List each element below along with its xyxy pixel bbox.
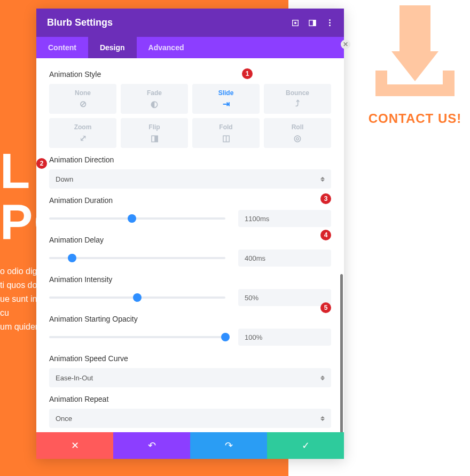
select-value: Down [56,175,73,183]
cancel-button[interactable]: ✕ [36,432,113,459]
animation-delay-value[interactable]: 400ms [238,249,331,267]
animation-style-grid: None⊘ Fade◐ Slide⇥ Bounce⤴ Zoom⤢ Flip◨ F… [49,84,331,148]
tile-label: Fold [219,123,232,131]
blurb-settings-modal: Blurb Settings Content Design Advanced A… [36,9,344,459]
style-roll[interactable]: Roll◎ [264,118,331,148]
zoom-icon: ⤢ [80,133,87,143]
tile-label: Zoom [74,123,92,131]
select-value: Once [56,415,72,423]
animation-intensity-slider[interactable] [49,296,225,299]
style-bounce[interactable]: Bounce⤴ [264,84,331,114]
bg-heading-1: L [0,143,31,199]
style-none[interactable]: None⊘ [49,84,116,114]
animation-intensity-label: Animation Intensity [49,275,331,284]
tile-label: Flip [148,123,160,131]
tile-label: None [75,89,91,97]
tab-advanced[interactable]: Advanced [137,37,196,58]
animation-opacity-label: Animation Starting Opacity [49,315,331,323]
animation-direction-select[interactable]: Down [49,169,331,189]
animation-delay-slider[interactable] [49,257,225,259]
tile-label: Slide [218,89,234,97]
tile-label: Fade [147,89,162,97]
undo-button[interactable]: ↶ [113,432,190,459]
scrollbar[interactable] [340,274,343,432]
chevron-sort-icon [320,177,325,182]
redo-icon: ↷ [225,440,233,451]
roll-icon: ◎ [294,133,301,143]
style-zoom[interactable]: Zoom⤢ [49,118,116,148]
animation-duration-slider[interactable] [49,217,225,220]
slider-thumb[interactable] [68,254,76,262]
slide-icon: ⇥ [223,99,230,109]
style-fold[interactable]: Fold◫ [192,118,260,148]
panel-toggle-icon[interactable] [309,19,316,27]
fade-icon: ◐ [151,99,158,109]
svg-rect-1 [294,22,296,24]
check-icon: ✓ [302,440,310,451]
speed-curve-select[interactable]: Ease-In-Out [49,368,331,387]
callout-badge-3: 3 [320,193,331,204]
undo-icon: ↶ [148,440,156,451]
close-icon: ✕ [71,440,79,451]
callout-badge-2: 2 [36,158,47,169]
animation-opacity-value[interactable]: 100% [238,329,331,346]
style-fade[interactable]: Fade◐ [121,84,188,114]
animation-intensity-value[interactable]: 50% [238,289,331,306]
contact-us-heading: CONTACT US! [364,111,466,126]
callout-badge-5: 5 [320,302,331,313]
style-flip[interactable]: Flip◨ [121,118,188,148]
repeat-label: Animation Repeat [49,395,331,403]
slider-thumb[interactable] [128,214,136,223]
repeat-select[interactable]: Once [49,409,331,428]
save-button[interactable]: ✓ [267,432,344,459]
callout-badge-4: 4 [320,230,331,240]
expand-icon[interactable] [292,19,299,27]
slider-thumb[interactable] [221,333,230,341]
bounce-icon: ⤴ [295,99,300,108]
modal-external-close[interactable]: ✕ [341,40,350,49]
callout-badge-1: 1 [242,68,253,79]
animation-style-label: Animation Style [49,70,331,79]
chevron-sort-icon [320,416,325,421]
none-icon: ⊘ [80,99,87,109]
select-value: Ease-In-Out [56,374,93,382]
download-icon [372,5,458,96]
chevron-sort-icon [320,376,325,380]
tab-design[interactable]: Design [88,37,137,58]
modal-body: Animation Style None⊘ Fade◐ Slide⇥ Bounc… [36,58,344,432]
fold-icon: ◫ [222,133,230,143]
animation-duration-label: Animation Duration [49,196,331,205]
modal-header: Blurb Settings [36,9,344,37]
animation-duration-value[interactable]: 1100ms [238,210,331,227]
svg-rect-3 [313,20,316,26]
slider-thumb[interactable] [133,293,142,302]
animation-direction-label: Animation Direction [49,155,331,164]
tabs: Content Design Advanced [36,37,344,58]
right-panel: CONTACT US! [364,5,466,126]
more-menu-icon[interactable] [326,19,333,27]
style-slide[interactable]: Slide⇥ [192,84,260,114]
animation-delay-label: Animation Delay [49,236,331,244]
tab-content[interactable]: Content [36,37,88,58]
tile-label: Bounce [286,89,309,97]
tile-label: Roll [292,123,304,131]
modal-title: Blurb Settings [47,17,113,28]
modal-footer: ✕ ↶ ↷ ✓ [36,432,344,459]
animation-opacity-slider[interactable] [49,336,225,338]
flip-icon: ◨ [151,133,159,143]
speed-curve-label: Animation Speed Curve [49,354,331,363]
redo-button[interactable]: ↷ [190,432,267,459]
